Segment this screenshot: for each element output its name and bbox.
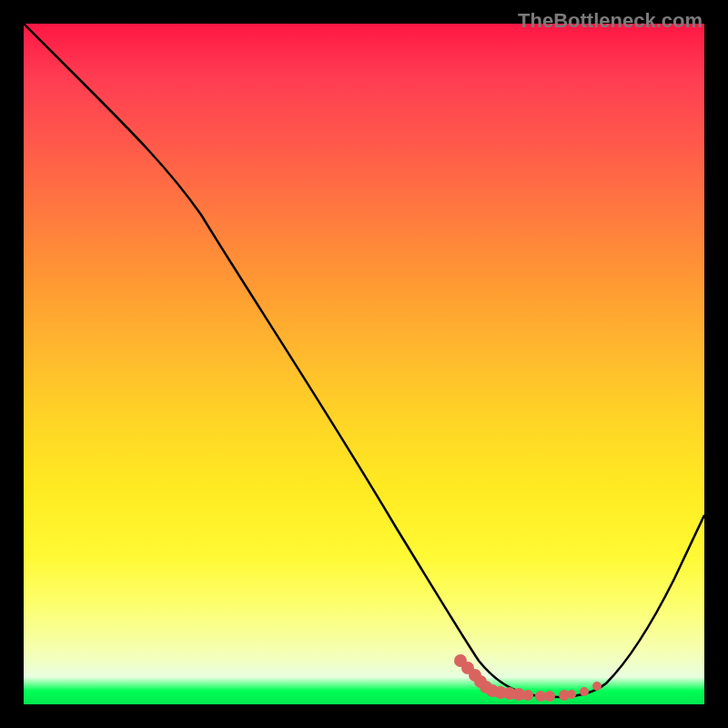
svg-point-14 bbox=[580, 687, 589, 696]
svg-point-13 bbox=[567, 690, 576, 699]
svg-point-6 bbox=[494, 686, 507, 699]
svg-point-11 bbox=[544, 691, 555, 702]
svg-point-4 bbox=[480, 681, 492, 693]
svg-point-15 bbox=[592, 682, 602, 691]
svg-point-3 bbox=[474, 675, 487, 688]
svg-point-5 bbox=[486, 684, 499, 697]
svg-point-9 bbox=[522, 690, 533, 701]
svg-point-12 bbox=[559, 690, 570, 701]
svg-point-2 bbox=[469, 669, 481, 682]
svg-point-1 bbox=[461, 662, 474, 674]
svg-point-10 bbox=[535, 691, 546, 702]
line-chart-svg bbox=[24, 24, 704, 704]
svg-point-0 bbox=[454, 654, 467, 667]
chart-area bbox=[24, 24, 704, 704]
svg-point-7 bbox=[503, 687, 516, 700]
curve-path bbox=[24, 24, 704, 697]
watermark-text: TheBottleneck.com bbox=[518, 9, 703, 33]
svg-point-8 bbox=[512, 688, 525, 701]
trough-markers bbox=[454, 654, 602, 702]
